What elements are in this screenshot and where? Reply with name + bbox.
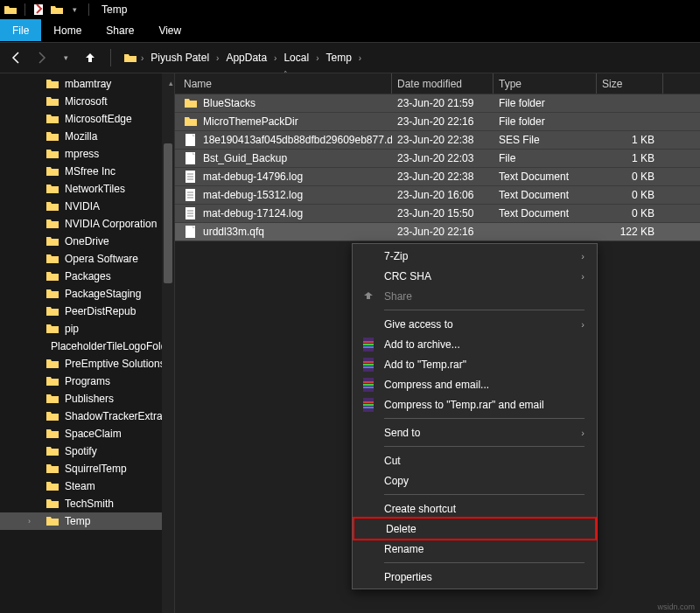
ctx-share: Share xyxy=(353,286,597,306)
tree-item[interactable]: mbamtray xyxy=(0,75,174,93)
tree-item[interactable]: pip xyxy=(0,320,174,338)
tree-item[interactable]: Spotify xyxy=(0,442,174,460)
tree-label: Packages xyxy=(65,270,111,282)
tree-item[interactable]: Packages xyxy=(0,268,174,285)
tab-view[interactable]: View xyxy=(146,19,193,41)
breadcrumb[interactable]: › Piyush Patel › AppData › Local › Temp … xyxy=(123,50,691,66)
col-name[interactable]: ˄Name xyxy=(175,73,392,94)
back-button[interactable] xyxy=(9,50,24,66)
tree-item[interactable]: Mozilla xyxy=(0,128,174,145)
ctx-send-to[interactable]: Send to› xyxy=(353,422,597,442)
tree-item[interactable]: SpaceClaim xyxy=(0,425,174,442)
tree-item[interactable]: Microsoft xyxy=(0,93,174,110)
tree-label: pip xyxy=(65,323,79,335)
tree-item[interactable]: MicrosoftEdge xyxy=(0,110,174,128)
tree-item[interactable]: Publishers xyxy=(0,390,174,408)
file-date: 23-Jun-20 16:06 xyxy=(392,189,494,201)
forward-button[interactable] xyxy=(33,50,49,66)
tree-item[interactable]: NVIDIA xyxy=(0,198,174,215)
tree-label: OneDrive xyxy=(65,235,109,247)
file-row[interactable]: BlueStacks23-Jun-20 21:59File folder xyxy=(175,94,700,113)
chevron-right-icon: › xyxy=(581,271,584,282)
ctx-compress-temp[interactable]: Compress to "Temp.rar" and email xyxy=(353,394,597,414)
file-row[interactable]: mat-debug-17124.log23-Jun-20 15:50Text D… xyxy=(175,205,700,223)
tree-item[interactable]: PeerDistRepub xyxy=(0,303,174,320)
crumb-item[interactable]: Local xyxy=(280,50,312,66)
tree-item[interactable]: PlaceholderTileLogoFolder xyxy=(0,338,174,355)
col-type[interactable]: Type xyxy=(494,73,597,94)
ctx-create-shortcut[interactable]: Create shortcut xyxy=(353,498,597,519)
tree-item[interactable]: OneDrive xyxy=(0,233,174,250)
dropdown-icon[interactable]: ▾ xyxy=(67,3,81,17)
ctx-copy[interactable]: Copy xyxy=(353,470,597,491)
tree-label: MSfree Inc xyxy=(65,165,116,178)
tree-label: Publishers xyxy=(65,393,114,405)
expand-icon[interactable]: › xyxy=(28,517,31,526)
file-row[interactable]: 18e190413af045db88dfbd29609eb877.d..23-J… xyxy=(175,131,700,150)
tree-item[interactable]: PackageStaging xyxy=(0,285,174,303)
tab-share[interactable]: Share xyxy=(94,19,146,41)
ctx-cut[interactable]: Cut xyxy=(353,450,597,470)
col-size[interactable]: Size xyxy=(597,73,663,94)
ctx-compress-email[interactable]: Compress and email... xyxy=(353,374,597,394)
tree-item[interactable]: Programs xyxy=(0,373,174,390)
tree-item[interactable]: PreEmptive Solutions xyxy=(0,355,174,373)
ctx-add-temp[interactable]: Add to "Temp.rar" xyxy=(353,354,597,374)
svg-rect-27 xyxy=(363,387,374,388)
folder-icon xyxy=(4,3,18,17)
recent-dropdown[interactable]: ▾ xyxy=(58,50,74,66)
scroll-thumb[interactable] xyxy=(164,143,172,283)
tab-home[interactable]: Home xyxy=(41,19,94,41)
column-headers[interactable]: ˄Name Date modified Type Size xyxy=(175,73,700,94)
tree-item[interactable]: Steam xyxy=(0,477,174,495)
tree-scrollbar[interactable]: ▴ xyxy=(162,73,174,613)
tree-label: Temp xyxy=(65,515,90,527)
crumb-item[interactable]: Piyush Patel xyxy=(147,50,213,66)
up-button[interactable] xyxy=(82,50,98,66)
ctx-add-archive[interactable]: Add to archive... xyxy=(353,334,597,354)
tree-item[interactable]: SquirrelTemp xyxy=(0,460,174,477)
crumb-item[interactable]: AppData xyxy=(222,50,270,66)
tree-item[interactable]: NetworkTiles xyxy=(0,180,174,198)
tree-item[interactable]: MSfree Inc xyxy=(0,163,174,180)
properties-icon[interactable] xyxy=(32,3,46,17)
tree-item[interactable]: TechSmith xyxy=(0,495,174,512)
tree-item[interactable]: ›Temp xyxy=(0,512,174,530)
file-row[interactable]: mat-debug-14796.log23-Jun-20 22:38Text D… xyxy=(175,168,700,186)
file-type: File folder xyxy=(494,115,597,128)
file-type: File xyxy=(494,152,597,164)
tree-label: MicrosoftEdge xyxy=(65,113,132,125)
chevron-right-icon: › xyxy=(581,319,584,330)
ctx-rename[interactable]: Rename xyxy=(353,539,597,559)
tree-item[interactable]: ShadowTrackerExtra xyxy=(0,408,174,425)
ctx-properties[interactable]: Properties xyxy=(353,567,597,587)
chevron-right-icon[interactable]: › xyxy=(359,53,361,63)
chevron-right-icon[interactable]: › xyxy=(316,53,318,63)
file-row[interactable]: Bst_Guid_Backup23-Jun-20 22:03File1 KB xyxy=(175,150,700,168)
tree-label: Opera Software xyxy=(65,253,138,265)
ctx-give-access[interactable]: Give access to› xyxy=(353,314,597,334)
title-bar: ▾ Temp xyxy=(0,0,700,19)
file-name: mat-debug-15312.log xyxy=(203,189,303,201)
ctx-delete[interactable]: Delete xyxy=(353,517,597,540)
tab-file[interactable]: File xyxy=(0,19,41,41)
tree-item[interactable]: NVIDIA Corporation xyxy=(0,215,174,233)
tree-item[interactable]: Opera Software xyxy=(0,250,174,268)
nav-tree[interactable]: mbamtrayMicrosoftMicrosoftEdgeMozillampr… xyxy=(0,73,175,613)
tree-label: Microsoft xyxy=(65,95,108,108)
file-type: Text Document xyxy=(494,171,597,183)
quick-access-icon[interactable] xyxy=(50,3,64,17)
file-date: 23-Jun-20 21:59 xyxy=(392,97,494,109)
tree-label: PreEmptive Solutions xyxy=(65,358,165,370)
ctx-crc[interactable]: CRC SHA› xyxy=(353,266,597,286)
chevron-right-icon[interactable]: › xyxy=(216,53,219,63)
file-row[interactable]: MicroThemePackDir23-Jun-20 22:16File fol… xyxy=(175,113,700,131)
tree-item[interactable]: mpress xyxy=(0,145,174,163)
file-row[interactable]: mat-debug-15312.log23-Jun-20 16:06Text D… xyxy=(175,186,700,205)
col-date[interactable]: Date modified xyxy=(392,73,494,94)
ctx-7zip[interactable]: 7-Zip› xyxy=(353,246,597,266)
crumb-item[interactable]: Temp xyxy=(322,50,354,66)
file-row[interactable]: urddl33m.qfq23-Jun-20 22:16122 KB xyxy=(175,223,700,241)
chevron-right-icon[interactable]: › xyxy=(141,53,144,63)
chevron-right-icon[interactable]: › xyxy=(274,53,276,63)
